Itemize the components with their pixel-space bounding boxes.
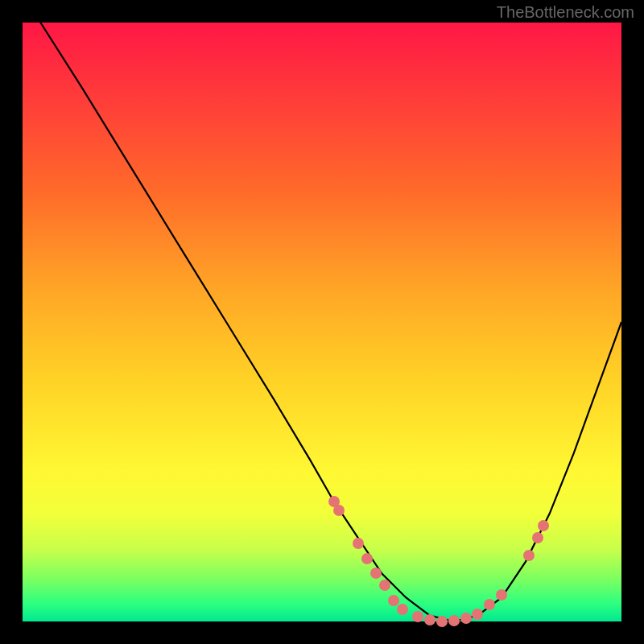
data-point: [412, 611, 423, 622]
data-point: [397, 604, 408, 615]
data-point: [436, 616, 448, 627]
data-point: [484, 599, 495, 610]
data-point: [532, 532, 543, 543]
data-point: [460, 613, 472, 624]
watermark-text: TheBottleneck.com: [497, 3, 634, 22]
data-point: [388, 595, 399, 606]
data-point: [333, 505, 345, 516]
data-point: [472, 609, 483, 620]
data-point: [379, 580, 390, 591]
chart-plot-area: [23, 23, 621, 621]
data-point: [523, 550, 535, 561]
data-point: [538, 520, 549, 531]
bottleneck-curve: [23, 23, 621, 621]
data-point: [496, 589, 507, 601]
curve-svg: [23, 23, 621, 621]
data-point: [361, 553, 373, 564]
data-point: [424, 614, 436, 625]
data-point: [370, 568, 382, 579]
data-point: [448, 615, 460, 626]
data-point: [353, 538, 364, 549]
